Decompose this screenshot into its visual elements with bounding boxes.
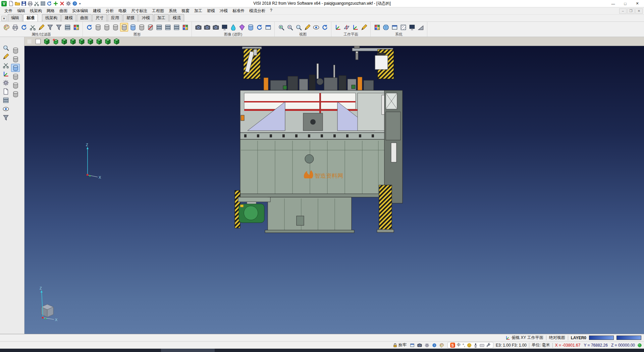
- ribbon-tab[interactable]: 线架构: [42, 14, 61, 21]
- ime-voice-icon[interactable]: [473, 343, 478, 348]
- menu-item[interactable]: 编辑: [15, 7, 28, 14]
- image-window[interactable]: [264, 23, 272, 32]
- menu-item[interactable]: 文件: [2, 7, 15, 14]
- display-hidden-line[interactable]: [111, 23, 119, 32]
- lock-toggle[interactable]: 拴牢: [393, 342, 407, 348]
- menu-item[interactable]: 加工: [192, 7, 205, 14]
- display-wireframe[interactable]: [103, 23, 111, 32]
- view-previous[interactable]: [321, 23, 329, 32]
- menu-item[interactable]: ?: [268, 7, 275, 14]
- zoom-in[interactable]: [277, 23, 285, 32]
- menu-item[interactable]: 标准件: [230, 7, 247, 14]
- sidebar-sketch-tool[interactable]: [1, 52, 10, 60]
- list-view-1[interactable]: [155, 23, 163, 32]
- view-slider-1[interactable]: [589, 336, 614, 340]
- view-back[interactable]: [69, 37, 77, 45]
- sidebar-trim-tool[interactable]: [1, 61, 10, 69]
- color-table[interactable]: [181, 23, 189, 32]
- sidebar-settings-tool[interactable]: [1, 79, 10, 87]
- system-windows[interactable]: [390, 23, 398, 32]
- menu-item[interactable]: 冲模: [217, 7, 230, 14]
- ribbon-tab[interactable]: 加工: [154, 14, 169, 21]
- sidebar-layers-tool[interactable]: [1, 96, 10, 104]
- ribbon-tab[interactable]: 模流: [169, 14, 184, 21]
- qat-open-file[interactable]: [14, 1, 20, 7]
- units-label[interactable]: 单位: 毫米: [532, 342, 550, 348]
- view-add-view[interactable]: [51, 37, 59, 45]
- system-web[interactable]: [382, 23, 390, 32]
- mode-tab[interactable]: 编辑: [8, 14, 22, 21]
- close-button[interactable]: ✕: [631, 0, 643, 7]
- view-axonometric[interactable]: [112, 37, 120, 45]
- ribbon-tab[interactable]: 冲模: [139, 14, 153, 21]
- ribbon-tab[interactable]: 尺寸: [92, 14, 107, 21]
- system-colors[interactable]: [373, 23, 381, 32]
- system-display[interactable]: [408, 23, 416, 32]
- status-windows[interactable]: [409, 342, 416, 348]
- menu-item[interactable]: 分析: [103, 7, 116, 14]
- workplane-origin[interactable]: [334, 23, 342, 32]
- qat-more-button[interactable]: ▾: [78, 2, 82, 5]
- qat-add-entity[interactable]: [53, 1, 59, 7]
- attribute-print[interactable]: [11, 23, 19, 32]
- status-settings[interactable]: [424, 342, 430, 348]
- image-transparency[interactable]: [229, 23, 237, 32]
- ribbon-tab[interactable]: 塑膜: [123, 14, 138, 21]
- machine-model[interactable]: 智造资料网: [234, 46, 407, 234]
- upper-body[interactable]: [240, 90, 395, 133]
- ime-emoji-icon[interactable]: [467, 343, 472, 348]
- attribute-layers[interactable]: [63, 23, 71, 32]
- system-hatch[interactable]: [399, 23, 407, 32]
- ime-keyboard-icon[interactable]: [480, 343, 484, 348]
- qat-refresh[interactable]: [46, 1, 52, 7]
- display-off[interactable]: [146, 23, 154, 32]
- graphics-regen[interactable]: [85, 23, 93, 32]
- view-right[interactable]: [104, 37, 112, 45]
- zoom-fit[interactable]: [294, 23, 303, 32]
- menu-item[interactable]: 电极: [116, 7, 129, 14]
- viewport-canvas[interactable]: 智造资料网 Z X Z: [24, 46, 644, 334]
- view-slider-2[interactable]: [616, 336, 641, 340]
- qat-layers[interactable]: [40, 1, 46, 7]
- sidebar-notes-tool[interactable]: [1, 87, 10, 95]
- view-bottom[interactable]: [86, 37, 94, 45]
- image-capture[interactable]: [194, 23, 202, 32]
- attribute-colors[interactable]: [72, 23, 80, 32]
- view-front[interactable]: [60, 37, 68, 45]
- attribute-paint[interactable]: [2, 23, 10, 32]
- mdi-restore-button[interactable]: ❐: [627, 8, 635, 14]
- bolt-band[interactable]: [240, 133, 395, 139]
- menu-item[interactable]: 工程图: [150, 7, 166, 14]
- view-left[interactable]: [95, 37, 103, 45]
- filter-surfaces[interactable]: [11, 55, 20, 63]
- menu-item[interactable]: 尺寸标注: [129, 7, 150, 14]
- status-snapshot[interactable]: [416, 342, 423, 348]
- workplane-align[interactable]: [342, 23, 351, 32]
- filter-wireframe[interactable]: [11, 73, 20, 81]
- view-single-window[interactable]: [34, 37, 42, 45]
- qat-cut[interactable]: [34, 1, 40, 7]
- ime-punctuation-toggle[interactable]: °,: [463, 343, 465, 348]
- gantry-post-left[interactable]: [242, 47, 262, 79]
- system-materials[interactable]: [417, 23, 425, 32]
- image-texture[interactable]: [212, 23, 220, 32]
- maximize-button[interactable]: □: [619, 0, 631, 7]
- mdi-minimize-button[interactable]: –: [619, 8, 627, 14]
- qat-print[interactable]: [27, 1, 33, 7]
- view-top[interactable]: [77, 37, 86, 45]
- qat-help[interactable]: [72, 1, 78, 7]
- tab-dropdown-button[interactable]: ▼: [1, 16, 7, 21]
- filter-active[interactable]: [11, 64, 20, 72]
- zoom-out[interactable]: [286, 23, 294, 32]
- gantry-post-right[interactable]: [352, 46, 394, 79]
- qat-settings[interactable]: [65, 1, 71, 7]
- display-solid[interactable]: [94, 23, 102, 32]
- menu-item[interactable]: 视窗: [179, 7, 192, 14]
- ribbon-tab[interactable]: 建模: [61, 14, 76, 21]
- image-render[interactable]: [203, 23, 211, 32]
- pedestal[interactable]: [265, 197, 354, 233]
- menu-item[interactable]: 塑模: [205, 7, 217, 14]
- absolute-view-label[interactable]: 绝对视图: [549, 335, 565, 341]
- layer-indicator[interactable]: LAYER0: [571, 336, 586, 340]
- viewport-layout-menu[interactable]: [25, 37, 33, 45]
